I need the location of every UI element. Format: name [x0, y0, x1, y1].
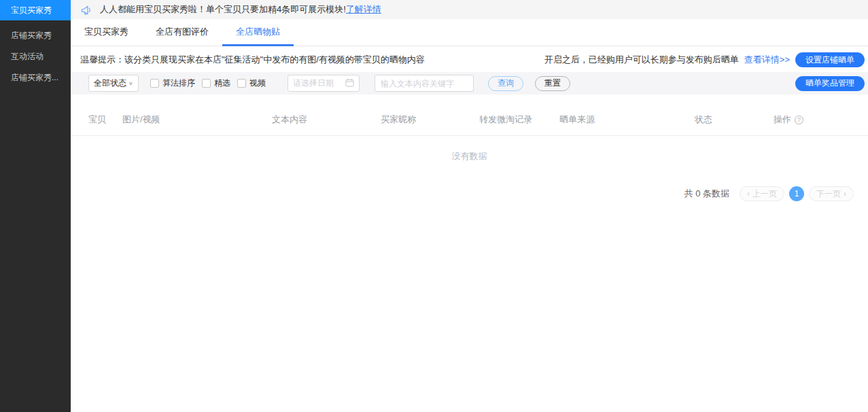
banner-text: 人人都能用宝贝买家秀啦！单个宝贝只要加精4条即可展示模块! — [100, 3, 346, 16]
featured-label: 精选 — [214, 78, 230, 89]
date-placeholder: 请选择日期 — [293, 78, 334, 89]
column-status: 状态 — [695, 114, 774, 126]
setup-shop-show-button[interactable]: 设置店铺晒单 — [795, 52, 865, 67]
algorithm-sort-checkbox[interactable]: 算法排序 — [150, 78, 195, 89]
notice-row: 温馨提示：该分类只展现买家在本店"征集活动"中发布的有图/有视频的带宝贝的晒物内… — [71, 46, 868, 72]
next-page-button[interactable]: 下一页 › — [809, 186, 854, 201]
pagination-total: 共 0 条数据 — [684, 188, 729, 200]
date-picker-input[interactable]: 请选择日期 — [288, 75, 360, 92]
search-button[interactable]: 查询 — [488, 76, 523, 91]
pagination: 共 0 条数据 ‹ 上一页 1 下一页 › — [71, 186, 868, 201]
featured-checkbox[interactable]: 精选 — [202, 78, 230, 89]
table-header-divider — [71, 135, 868, 136]
tab-shop-show-posts[interactable]: 全店晒物贴 — [222, 19, 294, 46]
chevron-down-icon: ∨ — [128, 80, 133, 86]
checkbox-icon[interactable] — [150, 79, 159, 88]
status-select-value: 全部状态 — [94, 78, 126, 89]
tab-shop-photo-reviews[interactable]: 全店有图评价 — [142, 19, 222, 46]
notice-text: 温馨提示：该分类只展现买家在本店"征集活动"中发布的有图/有视频的带宝贝的晒物内… — [80, 54, 425, 66]
page: 宝贝买家秀 店铺买家秀 互动活动 店铺买家秀... 人人都能用宝贝买家秀啦！单个… — [0, 0, 868, 412]
video-label: 视频 — [249, 78, 266, 89]
sidebar-item-shop-buyer-show-2[interactable]: 店铺买家秀... — [0, 67, 71, 88]
prev-page-label: 上一页 — [752, 188, 777, 200]
sidebar-item-product-buyer-show[interactable]: 宝贝买家秀 — [0, 0, 71, 20]
calendar-icon[interactable] — [345, 78, 354, 89]
announcement-banner: 人人都能用宝贝买家秀啦！单个宝贝只要加精4条即可展示模块! 了解详情 — [71, 0, 868, 19]
column-actions-label: 操作 — [774, 114, 791, 126]
table-header: 宝贝 图片/视频 文本内容 买家昵称 转发微淘记录 晒单来源 状态 操作 ? — [71, 109, 868, 130]
next-page-label: 下一页 — [816, 188, 841, 200]
banner-learn-more-link[interactable]: 了解详情 — [346, 3, 381, 16]
filter-bar: 全部状态 ∨ 算法排序 精选 视频 请选择日期 — [71, 72, 868, 95]
megaphone-icon — [80, 4, 93, 16]
chevron-right-icon: › — [844, 189, 846, 199]
column-text-content: 文本内容 — [272, 114, 381, 126]
column-actions: 操作 ? — [774, 114, 803, 126]
sidebar-item-shop-buyer-show[interactable]: 店铺买家秀 — [0, 25, 71, 46]
column-product: 宝贝 — [88, 114, 122, 126]
sidebar: 宝贝买家秀 店铺买家秀 互动活动 店铺买家秀... — [0, 0, 71, 412]
reset-button[interactable]: 重置 — [535, 76, 570, 91]
column-show-source: 晒单来源 — [559, 114, 695, 126]
tabs-row: 宝贝买家秀 全店有图评价 全店晒物贴 — [71, 19, 868, 46]
checkbox-icon[interactable] — [202, 79, 211, 88]
video-checkbox[interactable]: 视频 — [237, 78, 266, 89]
prev-page-button[interactable]: ‹ 上一页 — [740, 186, 784, 201]
column-image-video: 图片/视频 — [122, 114, 272, 126]
keyword-input[interactable] — [375, 75, 474, 92]
main-area: 人人都能用宝贝买家秀啦！单个宝贝只要加精4条即可展示模块! 了解详情 宝贝买家秀… — [71, 0, 868, 412]
column-buyer-nickname: 买家昵称 — [381, 114, 479, 126]
page-number-1[interactable]: 1 — [789, 186, 804, 201]
view-details-link[interactable]: 查看详情>> — [744, 54, 790, 66]
help-icon[interactable]: ? — [795, 116, 803, 124]
status-select[interactable]: 全部状态 ∨ — [88, 75, 139, 92]
tab-product-buyer-show[interactable]: 宝贝买家秀 — [71, 19, 142, 46]
prize-management-button[interactable]: 晒单奖品管理 — [795, 76, 865, 91]
notice-right-text: 开启之后，已经购用户可以长期参与发布购后晒单 — [544, 54, 739, 66]
empty-state-text: 没有数据 — [71, 150, 868, 162]
column-weitao-forward: 转发微淘记录 — [479, 114, 559, 126]
checkbox-icon[interactable] — [237, 79, 246, 88]
algorithm-sort-label: 算法排序 — [162, 78, 195, 89]
chevron-left-icon: ‹ — [747, 189, 750, 199]
sidebar-item-interactive-activity[interactable]: 互动活动 — [0, 46, 71, 67]
